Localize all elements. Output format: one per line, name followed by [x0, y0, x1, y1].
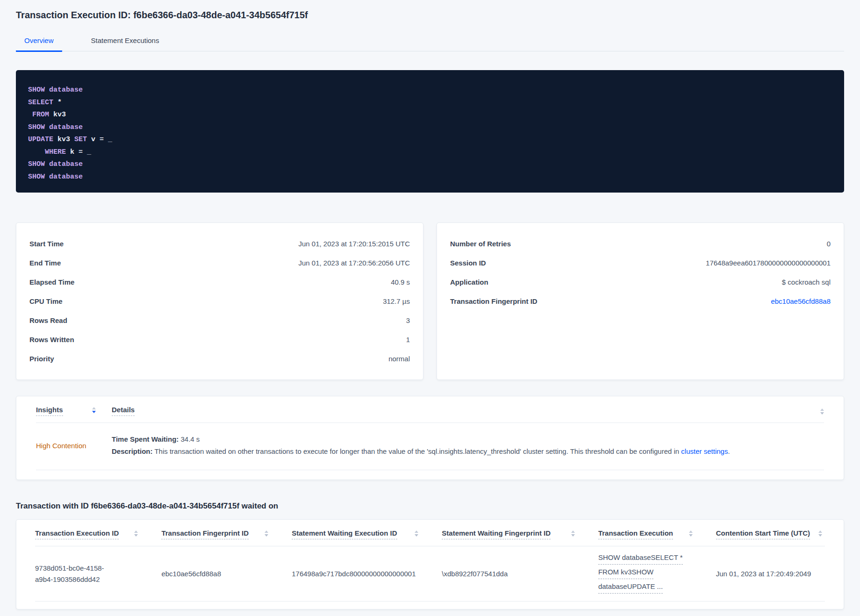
link-line: FROM kv3SHOW — [598, 566, 653, 579]
transaction-details-page: Transaction Execution ID: f6be6366-da03-… — [0, 0, 860, 609]
transaction-execution-link[interactable]: SHOW databaseSELECT * FROM kv3SHOW datab… — [598, 552, 707, 594]
summary-card-right: Number of Retries 0 Session ID 17648a9ee… — [437, 222, 844, 380]
cell-value: ebc10ae56cfd88a8 — [161, 570, 221, 578]
tab-statement-executions[interactable]: Statement Executions — [83, 33, 168, 52]
caret-down-icon — [92, 411, 96, 413]
link-line: databaseUPDATE ... — [598, 581, 663, 594]
sort-icon — [134, 530, 138, 537]
column-label[interactable]: Transaction Fingerprint ID — [161, 529, 249, 539]
row-label: Start Time — [29, 240, 64, 248]
summary-row-session-id: Session ID 17648a9eea6017800000000000000… — [450, 253, 831, 272]
row-value: Jun 01, 2023 at 17:20:15:2015 UTC — [298, 240, 410, 248]
page-title: Transaction Execution ID: f6be6366-da03-… — [16, 9, 844, 21]
column-label[interactable]: Statement Waiting Execution ID — [292, 529, 397, 539]
row-value: 312.7 µs — [383, 297, 410, 305]
details-column-label[interactable]: Details — [112, 406, 135, 416]
insight-details: Time Spent Waiting: 34.4 s Description: … — [112, 433, 730, 458]
row-label: Number of Retries — [450, 240, 511, 248]
description-text: This transaction waited on other transac… — [153, 447, 681, 455]
caret-up-icon — [818, 530, 822, 533]
sql-line: FROM kv3 — [28, 109, 832, 122]
column-header-statement-waiting-execution-id: Statement Waiting Execution ID — [292, 529, 442, 539]
description-label: Description: — [112, 447, 153, 455]
row-label: Session ID — [450, 259, 486, 267]
row-value: normal — [388, 355, 410, 363]
cell-transaction-execution: SHOW databaseSELECT * FROM kv3SHOW datab… — [598, 552, 716, 595]
column-label[interactable]: Transaction Execution — [598, 529, 673, 539]
caret-down-icon — [571, 534, 575, 537]
sort-icon — [92, 407, 96, 416]
caret-up-icon — [415, 530, 418, 533]
sort-icon — [415, 530, 418, 537]
details-column-header: Details — [112, 406, 135, 414]
tab-overview-label: Overview — [24, 36, 54, 44]
waited-on-table-header: Transaction Execution ID Transaction Fin… — [35, 520, 825, 546]
caret-up-icon — [92, 407, 96, 409]
summary-row-end-time: End Time Jun 01, 2023 at 17:20:56:2056 U… — [29, 253, 410, 272]
column-header-transaction-fingerprint-id: Transaction Fingerprint ID — [161, 529, 292, 539]
column-header-statement-waiting-fingerprint-id: Statement Waiting Fingerprint ID — [442, 529, 598, 539]
caret-down-icon — [134, 534, 138, 537]
insights-column-header: Insights — [36, 406, 112, 416]
row-label: Application — [450, 278, 488, 286]
row-label: Transaction Fingerprint ID — [450, 297, 538, 305]
sql-line: WHERE k = _ — [28, 146, 832, 159]
summary-row-application: Application $ cockroach sql — [450, 272, 831, 292]
caret-down-icon — [820, 412, 824, 415]
table-row: 9738d051-bc0e-4158-a9b4-1903586ddd42 ebc… — [35, 546, 825, 602]
cell-transaction-fingerprint-id: ebc10ae56cfd88a8 — [161, 568, 292, 580]
cluster-settings-link[interactable]: cluster settings — [681, 447, 728, 455]
cell-value: \xdb8922f077541dda — [442, 570, 508, 578]
summary-cards-row: Start Time Jun 01, 2023 at 17:20:15:2015… — [16, 222, 844, 380]
sql-line: SHOW database — [28, 122, 832, 134]
column-label[interactable]: Statement Waiting Fingerprint ID — [442, 529, 551, 539]
sql-line: SHOW database — [28, 84, 832, 97]
sort-icon — [820, 408, 824, 415]
caret-up-icon — [134, 530, 138, 533]
caret-up-icon — [571, 530, 575, 533]
row-label: CPU Time — [29, 297, 63, 305]
time-spent-waiting-line: Time Spent Waiting: 34.4 s — [112, 433, 730, 445]
cell-value: 176498a9c717bdc80000000000000001 — [292, 570, 416, 578]
cell-transaction-execution-id: 9738d051-bc0e-4158-a9b4-1903586ddd42 — [35, 563, 161, 585]
summary-row-elapsed-time: Elapsed Time 40.9 s — [29, 272, 410, 292]
link-line: SHOW databaseSELECT * — [598, 552, 683, 565]
sort-icon — [689, 530, 693, 537]
row-label: Elapsed Time — [29, 278, 74, 286]
column-label[interactable]: Transaction Execution ID — [35, 529, 119, 539]
sort-icon — [818, 530, 822, 537]
tab-bar: Overview Statement Executions — [16, 33, 844, 51]
column-header-transaction-execution-id: Transaction Execution ID — [35, 529, 161, 539]
summary-row-rows-written: Rows Written 1 — [29, 330, 410, 349]
sort-icon — [571, 530, 575, 537]
sql-line: SELECT * — [28, 97, 832, 109]
summary-row-priority: Priority normal — [29, 349, 410, 368]
tab-overview[interactable]: Overview — [16, 33, 62, 52]
insights-column-label[interactable]: Insights — [36, 406, 63, 416]
row-value: 40.9 s — [391, 278, 410, 286]
row-label: Rows Written — [29, 336, 74, 344]
sql-line: SHOW database — [28, 158, 832, 171]
tab-statement-executions-label: Statement Executions — [91, 36, 159, 44]
column-label[interactable]: Contention Start Time (UTC) — [716, 529, 810, 539]
cell-value: Jun 01, 2023 at 17:20:49:2049 — [716, 570, 811, 578]
row-value: 1 — [406, 336, 410, 344]
row-label: Rows Read — [29, 316, 67, 324]
caret-up-icon — [265, 530, 268, 533]
sort-icon — [265, 530, 268, 537]
column-header-contention-start-time: Contention Start Time (UTC) — [716, 529, 825, 539]
caret-up-icon — [820, 408, 824, 411]
waiting-label: Time Spent Waiting: — [112, 435, 179, 443]
sql-line: SHOW database — [28, 171, 832, 184]
insight-type-badge: High Contention — [36, 442, 112, 450]
waited-on-table: Transaction Execution ID Transaction Fin… — [16, 519, 844, 609]
transaction-fingerprint-link[interactable]: ebc10ae56cfd88a8 — [771, 297, 831, 305]
description-line: Description: This transaction waited on … — [112, 445, 730, 458]
summary-row-transaction-fingerprint-id: Transaction Fingerprint ID ebc10ae56cfd8… — [450, 292, 831, 311]
sql-line: UPDATE kv3 SET v = _ — [28, 134, 832, 146]
row-label: Priority — [29, 355, 54, 363]
row-value: 0 — [827, 240, 831, 248]
row-value: Jun 01, 2023 at 17:20:56:2056 UTC — [298, 259, 410, 267]
insights-table: Insights Details High Contention Time Sp… — [16, 396, 844, 480]
caret-down-icon — [265, 534, 268, 537]
